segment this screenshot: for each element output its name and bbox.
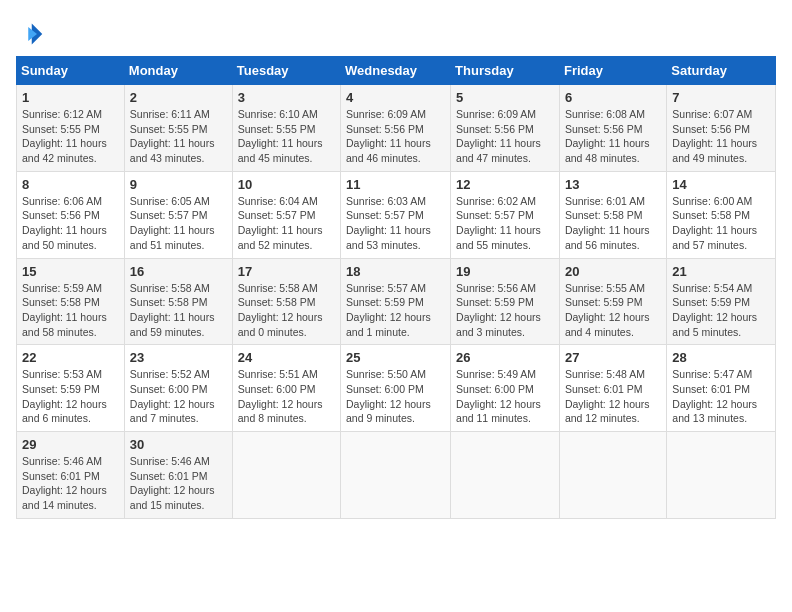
- calendar-day-cell: 18Sunrise: 5:57 AMSunset: 5:59 PMDayligh…: [341, 258, 451, 345]
- calendar-day-cell: 15Sunrise: 5:59 AMSunset: 5:58 PMDayligh…: [17, 258, 125, 345]
- calendar-day-cell: 9Sunrise: 6:05 AMSunset: 5:57 PMDaylight…: [124, 171, 232, 258]
- day-number: 1: [22, 90, 119, 105]
- day-number: 19: [456, 264, 554, 279]
- day-detail: Sunrise: 5:53 AMSunset: 5:59 PMDaylight:…: [22, 367, 119, 426]
- calendar-day-cell: 3Sunrise: 6:10 AMSunset: 5:55 PMDaylight…: [232, 85, 340, 172]
- logo: [16, 20, 48, 48]
- day-number: 26: [456, 350, 554, 365]
- weekday-header-sunday: Sunday: [17, 57, 125, 85]
- calendar-day-cell: [559, 432, 666, 519]
- calendar-day-cell: 28Sunrise: 5:47 AMSunset: 6:01 PMDayligh…: [667, 345, 776, 432]
- day-number: 27: [565, 350, 661, 365]
- day-number: 8: [22, 177, 119, 192]
- day-number: 12: [456, 177, 554, 192]
- calendar-week-row: 8Sunrise: 6:06 AMSunset: 5:56 PMDaylight…: [17, 171, 776, 258]
- calendar-day-cell: 25Sunrise: 5:50 AMSunset: 6:00 PMDayligh…: [341, 345, 451, 432]
- day-detail: Sunrise: 5:51 AMSunset: 6:00 PMDaylight:…: [238, 367, 335, 426]
- day-number: 29: [22, 437, 119, 452]
- calendar-day-cell: 8Sunrise: 6:06 AMSunset: 5:56 PMDaylight…: [17, 171, 125, 258]
- day-detail: Sunrise: 5:54 AMSunset: 5:59 PMDaylight:…: [672, 281, 770, 340]
- weekday-header-saturday: Saturday: [667, 57, 776, 85]
- logo-icon: [16, 20, 44, 48]
- calendar-day-cell: 11Sunrise: 6:03 AMSunset: 5:57 PMDayligh…: [341, 171, 451, 258]
- weekday-header-wednesday: Wednesday: [341, 57, 451, 85]
- weekday-header-friday: Friday: [559, 57, 666, 85]
- day-number: 21: [672, 264, 770, 279]
- day-number: 20: [565, 264, 661, 279]
- calendar-day-cell: 12Sunrise: 6:02 AMSunset: 5:57 PMDayligh…: [451, 171, 560, 258]
- day-detail: Sunrise: 5:49 AMSunset: 6:00 PMDaylight:…: [456, 367, 554, 426]
- calendar-day-cell: 20Sunrise: 5:55 AMSunset: 5:59 PMDayligh…: [559, 258, 666, 345]
- day-number: 9: [130, 177, 227, 192]
- calendar-day-cell: 27Sunrise: 5:48 AMSunset: 6:01 PMDayligh…: [559, 345, 666, 432]
- day-detail: Sunrise: 6:00 AMSunset: 5:58 PMDaylight:…: [672, 194, 770, 253]
- day-number: 11: [346, 177, 445, 192]
- day-detail: Sunrise: 6:08 AMSunset: 5:56 PMDaylight:…: [565, 107, 661, 166]
- day-number: 14: [672, 177, 770, 192]
- day-detail: Sunrise: 5:56 AMSunset: 5:59 PMDaylight:…: [456, 281, 554, 340]
- day-number: 5: [456, 90, 554, 105]
- calendar-day-cell: 29Sunrise: 5:46 AMSunset: 6:01 PMDayligh…: [17, 432, 125, 519]
- calendar-week-row: 15Sunrise: 5:59 AMSunset: 5:58 PMDayligh…: [17, 258, 776, 345]
- calendar-day-cell: 13Sunrise: 6:01 AMSunset: 5:58 PMDayligh…: [559, 171, 666, 258]
- weekday-header-monday: Monday: [124, 57, 232, 85]
- day-detail: Sunrise: 6:09 AMSunset: 5:56 PMDaylight:…: [456, 107, 554, 166]
- day-detail: Sunrise: 5:55 AMSunset: 5:59 PMDaylight:…: [565, 281, 661, 340]
- calendar-day-cell: 1Sunrise: 6:12 AMSunset: 5:55 PMDaylight…: [17, 85, 125, 172]
- day-detail: Sunrise: 5:46 AMSunset: 6:01 PMDaylight:…: [130, 454, 227, 513]
- day-detail: Sunrise: 6:01 AMSunset: 5:58 PMDaylight:…: [565, 194, 661, 253]
- calendar-day-cell: 26Sunrise: 5:49 AMSunset: 6:00 PMDayligh…: [451, 345, 560, 432]
- weekday-header-tuesday: Tuesday: [232, 57, 340, 85]
- day-detail: Sunrise: 6:04 AMSunset: 5:57 PMDaylight:…: [238, 194, 335, 253]
- calendar-week-row: 29Sunrise: 5:46 AMSunset: 6:01 PMDayligh…: [17, 432, 776, 519]
- calendar-day-cell: 19Sunrise: 5:56 AMSunset: 5:59 PMDayligh…: [451, 258, 560, 345]
- day-detail: Sunrise: 5:48 AMSunset: 6:01 PMDaylight:…: [565, 367, 661, 426]
- day-number: 18: [346, 264, 445, 279]
- calendar-day-cell: 24Sunrise: 5:51 AMSunset: 6:00 PMDayligh…: [232, 345, 340, 432]
- day-detail: Sunrise: 6:07 AMSunset: 5:56 PMDaylight:…: [672, 107, 770, 166]
- calendar-day-cell: 14Sunrise: 6:00 AMSunset: 5:58 PMDayligh…: [667, 171, 776, 258]
- day-detail: Sunrise: 5:46 AMSunset: 6:01 PMDaylight:…: [22, 454, 119, 513]
- day-number: 24: [238, 350, 335, 365]
- calendar-table: SundayMondayTuesdayWednesdayThursdayFrid…: [16, 56, 776, 519]
- day-number: 30: [130, 437, 227, 452]
- day-number: 7: [672, 90, 770, 105]
- calendar-day-cell: 2Sunrise: 6:11 AMSunset: 5:55 PMDaylight…: [124, 85, 232, 172]
- day-number: 23: [130, 350, 227, 365]
- calendar-day-cell: 4Sunrise: 6:09 AMSunset: 5:56 PMDaylight…: [341, 85, 451, 172]
- calendar-day-cell: 10Sunrise: 6:04 AMSunset: 5:57 PMDayligh…: [232, 171, 340, 258]
- day-detail: Sunrise: 6:03 AMSunset: 5:57 PMDaylight:…: [346, 194, 445, 253]
- calendar-week-row: 1Sunrise: 6:12 AMSunset: 5:55 PMDaylight…: [17, 85, 776, 172]
- calendar-day-cell: 21Sunrise: 5:54 AMSunset: 5:59 PMDayligh…: [667, 258, 776, 345]
- calendar-day-cell: [232, 432, 340, 519]
- day-detail: Sunrise: 5:47 AMSunset: 6:01 PMDaylight:…: [672, 367, 770, 426]
- day-detail: Sunrise: 6:12 AMSunset: 5:55 PMDaylight:…: [22, 107, 119, 166]
- day-number: 3: [238, 90, 335, 105]
- day-number: 15: [22, 264, 119, 279]
- calendar-day-cell: 17Sunrise: 5:58 AMSunset: 5:58 PMDayligh…: [232, 258, 340, 345]
- day-number: 2: [130, 90, 227, 105]
- day-detail: Sunrise: 5:59 AMSunset: 5:58 PMDaylight:…: [22, 281, 119, 340]
- calendar-day-cell: 23Sunrise: 5:52 AMSunset: 6:00 PMDayligh…: [124, 345, 232, 432]
- day-detail: Sunrise: 6:06 AMSunset: 5:56 PMDaylight:…: [22, 194, 119, 253]
- day-detail: Sunrise: 5:52 AMSunset: 6:00 PMDaylight:…: [130, 367, 227, 426]
- day-number: 17: [238, 264, 335, 279]
- weekday-header-thursday: Thursday: [451, 57, 560, 85]
- day-detail: Sunrise: 6:02 AMSunset: 5:57 PMDaylight:…: [456, 194, 554, 253]
- calendar-day-cell: 5Sunrise: 6:09 AMSunset: 5:56 PMDaylight…: [451, 85, 560, 172]
- day-number: 22: [22, 350, 119, 365]
- day-number: 25: [346, 350, 445, 365]
- day-detail: Sunrise: 5:57 AMSunset: 5:59 PMDaylight:…: [346, 281, 445, 340]
- day-number: 10: [238, 177, 335, 192]
- page-header: [16, 16, 776, 48]
- day-number: 6: [565, 90, 661, 105]
- calendar-day-cell: 7Sunrise: 6:07 AMSunset: 5:56 PMDaylight…: [667, 85, 776, 172]
- day-detail: Sunrise: 5:50 AMSunset: 6:00 PMDaylight:…: [346, 367, 445, 426]
- day-detail: Sunrise: 6:05 AMSunset: 5:57 PMDaylight:…: [130, 194, 227, 253]
- calendar-day-cell: 16Sunrise: 5:58 AMSunset: 5:58 PMDayligh…: [124, 258, 232, 345]
- day-number: 28: [672, 350, 770, 365]
- day-number: 16: [130, 264, 227, 279]
- calendar-day-cell: [451, 432, 560, 519]
- day-number: 13: [565, 177, 661, 192]
- day-detail: Sunrise: 5:58 AMSunset: 5:58 PMDaylight:…: [238, 281, 335, 340]
